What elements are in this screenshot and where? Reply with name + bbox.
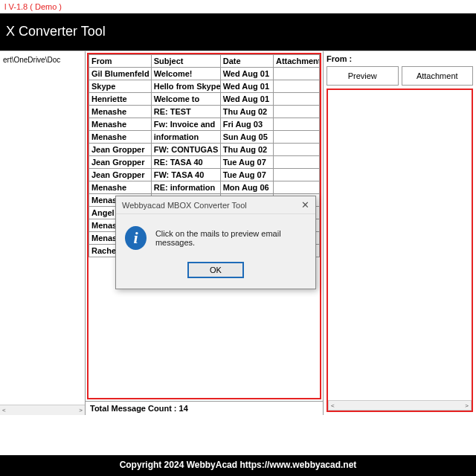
col-from[interactable]: From bbox=[89, 55, 152, 68]
info-icon: i bbox=[125, 226, 147, 250]
cell-att bbox=[273, 106, 319, 118]
table-row[interactable]: Jean GropperRE: TASA 40Tue Aug 07 bbox=[89, 156, 320, 169]
cell-att bbox=[273, 169, 319, 181]
cell-date: Mon Aug 06 bbox=[220, 181, 273, 194]
cell-date: Wed Aug 01 bbox=[220, 80, 273, 93]
preview-content: <> bbox=[327, 89, 473, 412]
col-attachment[interactable]: Attachment bbox=[273, 55, 319, 68]
cell-date: Tue Aug 07 bbox=[220, 156, 273, 169]
folder-scrollbar[interactable]: <> bbox=[0, 405, 85, 415]
cell-from: Jean Gropper bbox=[89, 144, 152, 156]
app-title: X Converter Tool bbox=[6, 24, 106, 39]
cell-date: Wed Aug 01 bbox=[220, 93, 273, 106]
cell-att bbox=[273, 118, 319, 131]
cell-att bbox=[273, 131, 319, 144]
cell-date: Fri Aug 03 bbox=[220, 118, 273, 131]
table-row[interactable]: HenrietteWelcome toWed Aug 01 bbox=[89, 93, 320, 106]
cell-date: Thu Aug 02 bbox=[220, 106, 273, 118]
tab-preview[interactable]: Preview bbox=[327, 66, 399, 86]
dialog-message: Click on the mails to preview email mess… bbox=[155, 229, 306, 247]
app-header: X Converter Tool bbox=[0, 13, 476, 51]
cell-subject: Hello from Skype bbox=[151, 80, 220, 93]
cell-from: Menashe bbox=[89, 131, 152, 144]
table-header-row: From Subject Date Attachment bbox=[89, 55, 320, 68]
cell-from: Menashe bbox=[89, 118, 152, 131]
cell-from: Henriette bbox=[89, 93, 152, 106]
cell-date: Thu Aug 02 bbox=[220, 144, 273, 156]
folder-path[interactable]: ert\OneDrive\Doc bbox=[0, 54, 85, 65]
table-row[interactable]: Jean GropperFW: TASA 40Tue Aug 07 bbox=[89, 169, 320, 181]
cell-att bbox=[273, 80, 319, 93]
preview-tabs: Preview Attachment bbox=[327, 66, 473, 86]
table-row[interactable]: MenasheinformationSun Aug 05 bbox=[89, 131, 320, 144]
cell-subject: Welcome! bbox=[151, 68, 220, 80]
cell-att bbox=[273, 181, 319, 194]
cell-subject: RE: TASA 40 bbox=[151, 156, 220, 169]
cell-from: Jean Gropper bbox=[89, 156, 152, 169]
from-label: From : bbox=[327, 54, 473, 63]
cell-att bbox=[273, 93, 319, 106]
window-titlebar: l V-1.8 ( Demo ) bbox=[0, 0, 476, 13]
cell-from: Menashe bbox=[89, 106, 152, 118]
preview-scrollbar[interactable]: <> bbox=[328, 400, 472, 411]
table-row[interactable]: Gil BlumenfeldWelcome!Wed Aug 01 bbox=[89, 68, 320, 80]
cell-date: Tue Aug 07 bbox=[220, 169, 273, 181]
dialog-title: Webbyacad MBOX Converter Tool bbox=[122, 201, 247, 210]
cell-att bbox=[273, 68, 319, 80]
table-row[interactable]: Jean GropperFW: CONTUGASThu Aug 02 bbox=[89, 144, 320, 156]
cell-subject: information bbox=[151, 131, 220, 144]
cell-subject: RE: TEST bbox=[151, 106, 220, 118]
cell-from: Gil Blumenfeld bbox=[89, 68, 152, 80]
cell-subject: Fw: Invoice and bbox=[151, 118, 220, 131]
tab-attachment[interactable]: Attachment bbox=[402, 66, 474, 86]
cell-att bbox=[273, 144, 319, 156]
cell-subject: FW: CONTUGAS bbox=[151, 144, 220, 156]
table-row[interactable]: MenasheRE: TESTThu Aug 02 bbox=[89, 106, 320, 118]
footer: Copyright 2024 WebbyAcad https://www.web… bbox=[0, 455, 476, 476]
info-dialog: Webbyacad MBOX Converter Tool ✕ i Click … bbox=[115, 196, 316, 289]
cell-from: Menashe bbox=[89, 181, 152, 194]
close-icon[interactable]: ✕ bbox=[301, 199, 309, 210]
dialog-titlebar: Webbyacad MBOX Converter Tool ✕ bbox=[116, 196, 315, 214]
table-row[interactable]: SkypeHello from SkypeWed Aug 01 bbox=[89, 80, 320, 93]
ok-button[interactable]: OK bbox=[187, 262, 244, 278]
col-subject[interactable]: Subject bbox=[151, 55, 220, 68]
cell-date: Wed Aug 01 bbox=[220, 68, 273, 80]
total-count: Total Message Count : 14 bbox=[86, 401, 323, 415]
cell-from: Skype bbox=[89, 80, 152, 93]
cell-att bbox=[273, 156, 319, 169]
table-row[interactable]: MenasheFw: Invoice andFri Aug 03 bbox=[89, 118, 320, 131]
cell-subject: Welcome to bbox=[151, 93, 220, 106]
col-date[interactable]: Date bbox=[220, 55, 273, 68]
folder-tree[interactable]: ert\OneDrive\Doc <> bbox=[0, 51, 86, 415]
cell-from: Jean Gropper bbox=[89, 169, 152, 181]
preview-panel: From : Preview Attachment <> bbox=[324, 51, 476, 415]
cell-subject: RE: information bbox=[151, 181, 220, 194]
table-row[interactable]: MenasheRE: informationMon Aug 06 bbox=[89, 181, 320, 194]
cell-date: Sun Aug 05 bbox=[220, 131, 273, 144]
cell-subject: FW: TASA 40 bbox=[151, 169, 220, 181]
